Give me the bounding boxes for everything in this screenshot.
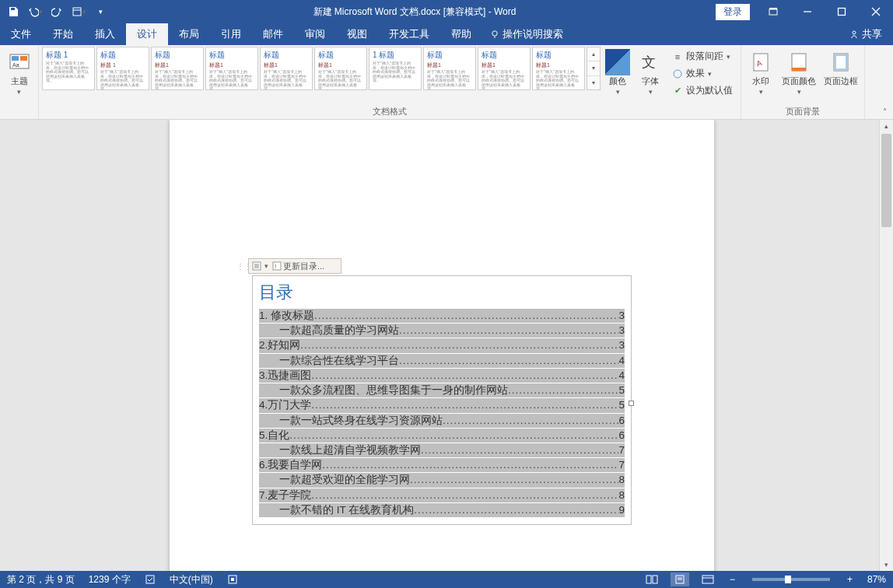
paragraph-spacing-button[interactable]: ≡段落间距▾ [667, 48, 737, 65]
toc-frame[interactable]: 目录 1. 修改标题..............................… [252, 275, 632, 525]
redo-icon[interactable] [47, 2, 67, 22]
theme-thumb[interactable]: 标题标题1对于"插入"选项卡上的库，在设计时需与文档中的样式保持协调。您可以使用… [260, 47, 313, 90]
minimize-button[interactable] [790, 0, 825, 23]
toc-entry[interactable]: 4.万门大学..................................… [259, 398, 625, 412]
tab-insert[interactable]: 插入 [84, 23, 126, 45]
vertical-scrollbar[interactable]: ▴ ▾ [879, 120, 893, 571]
chevron-down-icon[interactable]: ▾ [264, 262, 268, 270]
toc-resize-handle[interactable] [629, 401, 634, 406]
svg-rect-36 [702, 576, 713, 583]
scroll-down-button[interactable]: ▾ [880, 558, 893, 571]
theme-thumb[interactable]: 1 标题对于"插入"选项卡上的库，在设计时需与文档中的样式保持协调。您可以使用这… [369, 47, 422, 90]
tab-design[interactable]: 设计 [126, 23, 168, 45]
themes-button[interactable]: Aa 主题▾ [3, 47, 35, 104]
status-page[interactable]: 第 2 页，共 9 页 [5, 573, 77, 586]
qat-extra-icon[interactable]: ▾ [68, 2, 89, 22]
theme-thumb[interactable]: 标题标题1对于"插入"选项卡上的库，在设计时需与文档中的样式保持协调。您可以使用… [314, 47, 367, 90]
gallery-up-button[interactable]: ▴ [587, 47, 600, 61]
toc-entry[interactable]: 一款一站式终身在线学习资源网站.........................… [259, 414, 625, 428]
maximize-button[interactable] [825, 0, 859, 23]
zoom-slider[interactable] [752, 578, 830, 581]
scrollbar-thumb[interactable] [881, 134, 891, 227]
status-word-count[interactable]: 1239 个字 [86, 573, 133, 586]
status-language[interactable]: 中文(中国) [167, 573, 215, 586]
theme-thumb[interactable]: 标题标题1对于"插入"选项卡上的库，在设计时需与文档中的样式保持协调。您可以使用… [423, 47, 476, 90]
svg-point-9 [853, 31, 856, 34]
toc-entry[interactable]: 一款超受欢迎的全能学习网............................… [259, 473, 625, 487]
status-proofing-icon[interactable] [142, 574, 158, 585]
document-formatting-gallery[interactable]: 标题 1对于"插入"选项卡上的库，在设计时需与文档中的样式保持协调。您可以使用这… [42, 47, 585, 90]
theme-thumb[interactable]: 标题标题 1对于"插入"选项卡上的库，在设计时需与文档中的样式保持协调。您可以使… [96, 47, 149, 90]
svg-rect-28 [146, 576, 154, 583]
zoom-in-button[interactable]: + [844, 574, 856, 585]
view-print-layout-button[interactable] [671, 572, 689, 586]
theme-thumb[interactable]: 标题标题1对于"插入"选项卡上的库，在设计时需与文档中的样式保持协调。您可以使用… [478, 47, 531, 90]
toc-entry[interactable]: 一款众多流程图、思维导图集于一身的制作网站...................… [259, 383, 625, 397]
login-button[interactable]: 登录 [716, 4, 750, 20]
tab-review[interactable]: 审阅 [294, 23, 336, 45]
watermark-button[interactable]: A 水印▾ [744, 47, 777, 104]
watermark-icon: A [748, 50, 773, 75]
toc-entry[interactable]: 一款不错的 IT 在线教育机构.........................… [259, 503, 625, 517]
save-icon[interactable] [3, 2, 23, 22]
toc-entry[interactable]: 5.自化....................................… [259, 429, 625, 443]
toc-options-button[interactable] [250, 260, 263, 272]
tab-view[interactable]: 视图 [336, 23, 378, 45]
qat-customize-icon[interactable]: ▾ [90, 2, 110, 22]
undo-icon[interactable]: ▾ [25, 2, 45, 22]
page-borders-button[interactable]: 页面边框 [821, 47, 861, 104]
close-button[interactable] [859, 0, 893, 23]
toc-entry[interactable]: 6.我要自学网.................................… [259, 458, 625, 472]
title-bar: ▾ ▾ ▾ 新建 Microsoft Word 文档.docx [兼容模式] -… [0, 0, 893, 23]
toc-entry[interactable]: 一款综合性在线学习平台.............................… [259, 354, 625, 368]
gallery-down-button[interactable]: ▾ [587, 61, 600, 75]
zoom-level[interactable]: 87% [865, 574, 888, 585]
page-borders-icon [828, 50, 853, 75]
svg-point-15 [674, 70, 681, 78]
view-read-mode-button[interactable] [643, 572, 661, 586]
theme-thumb[interactable]: 标题标题1对于"插入"选项卡上的库，在设计时需与文档中的样式保持协调。您可以使用… [205, 47, 258, 90]
toc-move-handle[interactable]: ⋮⋮ [240, 258, 248, 274]
tab-developer[interactable]: 开发工具 [378, 23, 440, 45]
tab-layout[interactable]: 布局 [168, 23, 210, 45]
tell-me-label: 操作说明搜索 [503, 27, 563, 41]
page-color-button[interactable]: 页面颜色▾ [779, 47, 819, 104]
theme-thumb[interactable]: 标题标题1对于"插入"选项卡上的库，在设计时需与文档中的样式保持协调。您可以使用… [151, 47, 204, 90]
toc-entry[interactable]: 一款超高质量的学习网站.............................… [259, 324, 625, 338]
zoom-out-button[interactable]: − [727, 574, 738, 585]
fonts-button[interactable]: 文 字体▾ [635, 47, 666, 104]
colors-button[interactable]: 颜色▾ [602, 47, 633, 104]
zoom-slider-knob[interactable] [785, 576, 791, 583]
theme-thumb[interactable]: 标题 1对于"插入"选项卡上的库，在设计时需与文档中的样式保持协调。您可以使用这… [42, 47, 95, 90]
colors-icon [605, 50, 630, 75]
svg-rect-20 [834, 54, 848, 71]
ribbon-display-icon[interactable] [756, 0, 790, 23]
toc-update-button[interactable]: ! 更新目录... [270, 261, 327, 272]
collapse-ribbon-button[interactable]: ˄ [880, 106, 890, 117]
tell-me-search[interactable]: 操作说明搜索 [482, 23, 571, 45]
scroll-up-button[interactable]: ▴ [880, 120, 893, 132]
view-web-layout-button[interactable] [699, 572, 717, 586]
tab-file[interactable]: 文件 [0, 23, 42, 45]
toc-entry[interactable]: 3.迅捷画图..................................… [259, 369, 625, 383]
tab-home[interactable]: 开始 [42, 23, 84, 45]
tab-help[interactable]: 帮助 [440, 23, 482, 45]
gallery-scroll: ▴ ▾ ▾ [587, 47, 601, 90]
toc-title: 目录 [259, 281, 625, 304]
gallery-more-button[interactable]: ▾ [587, 76, 600, 89]
lightbulb-icon [490, 30, 499, 39]
svg-rect-1 [769, 9, 777, 15]
toc-entry[interactable]: 2.好知网...................................… [259, 338, 625, 352]
tab-references[interactable]: 引用 [210, 23, 252, 45]
svg-rect-19 [792, 68, 806, 71]
share-button[interactable]: 共享 [839, 23, 893, 45]
theme-thumb[interactable]: 标题标题1对于"插入"选项卡上的库，在设计时需与文档中的样式保持协调。您可以使用… [532, 47, 585, 90]
effects-icon [672, 68, 683, 79]
toc-entry[interactable]: 7.麦子学院..................................… [259, 488, 625, 502]
toc-entry[interactable]: 1. 修改标题.................................… [259, 309, 625, 323]
status-macro-icon[interactable] [225, 574, 240, 585]
effects-button[interactable]: 效果▾ [667, 65, 737, 82]
tab-mailings[interactable]: 邮件 [252, 23, 294, 45]
toc-entry[interactable]: 一款线上超清自学视频教学网...........................… [259, 443, 625, 457]
set-default-button[interactable]: ✔设为默认值 [667, 82, 737, 99]
